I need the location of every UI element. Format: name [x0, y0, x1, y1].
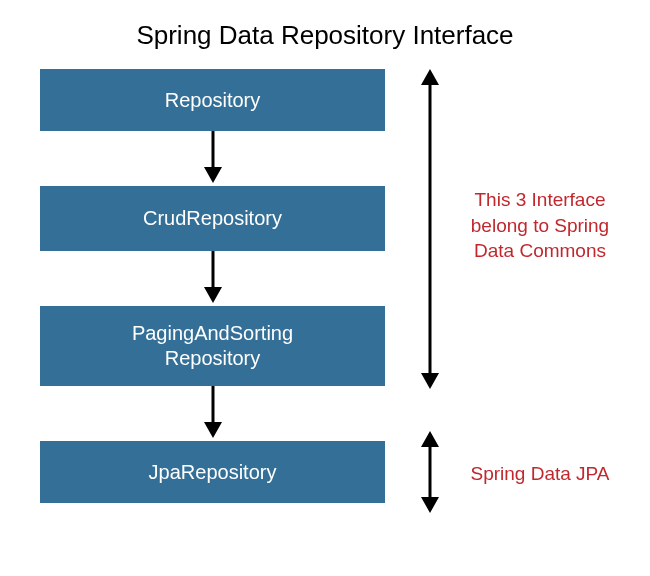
diagram-title: Spring Data Repository Interface: [0, 0, 650, 69]
box-repository-label: Repository: [165, 88, 261, 113]
annotation-commons: This 3 Interface belong to Spring Data C…: [455, 187, 625, 264]
annotation-commons-line3: Data Commons: [455, 238, 625, 264]
arrow-1: [40, 131, 385, 186]
arrow-2: [40, 251, 385, 306]
box-paging-sorting-repository: PagingAndSorting Repository: [40, 306, 385, 386]
annotation-jpa-text: Spring Data JPA: [470, 463, 609, 484]
box-jpa-repository: JpaRepository: [40, 441, 385, 503]
annotation-commons-line2: belong to Spring: [455, 213, 625, 239]
box-paging-sorting-label-line1: PagingAndSorting: [132, 321, 293, 346]
svg-marker-8: [421, 373, 439, 389]
svg-marker-3: [204, 287, 222, 303]
double-arrow-vertical-icon: [415, 431, 445, 513]
arrow-3: [40, 386, 385, 441]
svg-marker-1: [204, 167, 222, 183]
svg-marker-5: [204, 422, 222, 438]
hierarchy-column: Repository CrudRepository PagingAndSorti…: [40, 69, 385, 503]
box-crud-repository-label: CrudRepository: [143, 206, 282, 231]
box-crud-repository: CrudRepository: [40, 186, 385, 251]
arrow-down-icon: [198, 251, 228, 306]
diagram-container: Repository CrudRepository PagingAndSorti…: [0, 69, 650, 569]
annotation-commons-line1: This 3 Interface: [455, 187, 625, 213]
bracket-commons: [415, 69, 445, 393]
box-paging-sorting-label-line2: Repository: [165, 346, 261, 371]
arrow-down-icon: [198, 386, 228, 441]
svg-marker-9: [421, 431, 439, 447]
arrow-down-icon: [198, 131, 228, 186]
annotation-jpa: Spring Data JPA: [460, 461, 620, 487]
bracket-jpa: [415, 431, 445, 517]
box-repository: Repository: [40, 69, 385, 131]
double-arrow-vertical-icon: [415, 69, 445, 389]
svg-marker-11: [421, 497, 439, 513]
svg-marker-6: [421, 69, 439, 85]
box-jpa-repository-label: JpaRepository: [149, 460, 277, 485]
